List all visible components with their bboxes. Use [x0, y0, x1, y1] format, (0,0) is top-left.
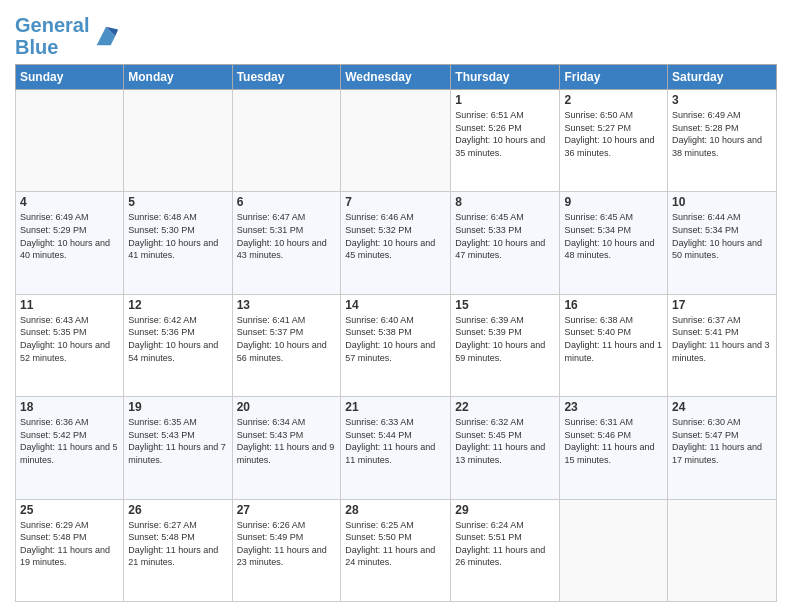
day-info: Sunrise: 6:43 AM Sunset: 5:35 PM Dayligh… — [20, 314, 119, 364]
day-number: 21 — [345, 400, 446, 414]
day-cell: 3Sunrise: 6:49 AM Sunset: 5:28 PM Daylig… — [668, 90, 777, 192]
weekday-header-monday: Monday — [124, 65, 232, 90]
day-info: Sunrise: 6:44 AM Sunset: 5:34 PM Dayligh… — [672, 211, 772, 261]
weekday-header-sunday: Sunday — [16, 65, 124, 90]
logo-text: General — [15, 14, 89, 36]
day-info: Sunrise: 6:32 AM Sunset: 5:45 PM Dayligh… — [455, 416, 555, 466]
day-number: 22 — [455, 400, 555, 414]
day-info: Sunrise: 6:41 AM Sunset: 5:37 PM Dayligh… — [237, 314, 337, 364]
day-number: 24 — [672, 400, 772, 414]
day-cell: 21Sunrise: 6:33 AM Sunset: 5:44 PM Dayli… — [341, 397, 451, 499]
page: General Blue SundayMondayTuesdayWednesda… — [0, 0, 792, 612]
day-cell: 24Sunrise: 6:30 AM Sunset: 5:47 PM Dayli… — [668, 397, 777, 499]
weekday-header-saturday: Saturday — [668, 65, 777, 90]
day-number: 4 — [20, 195, 119, 209]
day-number: 5 — [128, 195, 227, 209]
day-number: 18 — [20, 400, 119, 414]
day-info: Sunrise: 6:26 AM Sunset: 5:49 PM Dayligh… — [237, 519, 337, 569]
day-info: Sunrise: 6:45 AM Sunset: 5:33 PM Dayligh… — [455, 211, 555, 261]
day-cell: 16Sunrise: 6:38 AM Sunset: 5:40 PM Dayli… — [560, 294, 668, 396]
day-cell: 23Sunrise: 6:31 AM Sunset: 5:46 PM Dayli… — [560, 397, 668, 499]
day-info: Sunrise: 6:33 AM Sunset: 5:44 PM Dayligh… — [345, 416, 446, 466]
calendar-body: 1Sunrise: 6:51 AM Sunset: 5:26 PM Daylig… — [16, 90, 777, 602]
day-info: Sunrise: 6:49 AM Sunset: 5:28 PM Dayligh… — [672, 109, 772, 159]
day-info: Sunrise: 6:46 AM Sunset: 5:32 PM Dayligh… — [345, 211, 446, 261]
day-info: Sunrise: 6:49 AM Sunset: 5:29 PM Dayligh… — [20, 211, 119, 261]
day-number: 17 — [672, 298, 772, 312]
week-row-1: 1Sunrise: 6:51 AM Sunset: 5:26 PM Daylig… — [16, 90, 777, 192]
day-number: 2 — [564, 93, 663, 107]
day-info: Sunrise: 6:29 AM Sunset: 5:48 PM Dayligh… — [20, 519, 119, 569]
day-cell: 1Sunrise: 6:51 AM Sunset: 5:26 PM Daylig… — [451, 90, 560, 192]
day-cell: 10Sunrise: 6:44 AM Sunset: 5:34 PM Dayli… — [668, 192, 777, 294]
day-cell — [668, 499, 777, 601]
day-info: Sunrise: 6:47 AM Sunset: 5:31 PM Dayligh… — [237, 211, 337, 261]
day-info: Sunrise: 6:24 AM Sunset: 5:51 PM Dayligh… — [455, 519, 555, 569]
weekday-header-tuesday: Tuesday — [232, 65, 341, 90]
day-number: 11 — [20, 298, 119, 312]
weekday-header-friday: Friday — [560, 65, 668, 90]
day-info: Sunrise: 6:40 AM Sunset: 5:38 PM Dayligh… — [345, 314, 446, 364]
day-info: Sunrise: 6:38 AM Sunset: 5:40 PM Dayligh… — [564, 314, 663, 364]
day-cell: 17Sunrise: 6:37 AM Sunset: 5:41 PM Dayli… — [668, 294, 777, 396]
weekday-row: SundayMondayTuesdayWednesdayThursdayFrid… — [16, 65, 777, 90]
day-cell: 20Sunrise: 6:34 AM Sunset: 5:43 PM Dayli… — [232, 397, 341, 499]
day-cell: 18Sunrise: 6:36 AM Sunset: 5:42 PM Dayli… — [16, 397, 124, 499]
day-number: 20 — [237, 400, 337, 414]
day-cell: 11Sunrise: 6:43 AM Sunset: 5:35 PM Dayli… — [16, 294, 124, 396]
day-number: 3 — [672, 93, 772, 107]
day-number: 27 — [237, 503, 337, 517]
day-info: Sunrise: 6:37 AM Sunset: 5:41 PM Dayligh… — [672, 314, 772, 364]
weekday-header-thursday: Thursday — [451, 65, 560, 90]
week-row-5: 25Sunrise: 6:29 AM Sunset: 5:48 PM Dayli… — [16, 499, 777, 601]
weekday-header-wednesday: Wednesday — [341, 65, 451, 90]
calendar-header: SundayMondayTuesdayWednesdayThursdayFrid… — [16, 65, 777, 90]
day-cell: 13Sunrise: 6:41 AM Sunset: 5:37 PM Dayli… — [232, 294, 341, 396]
day-cell: 2Sunrise: 6:50 AM Sunset: 5:27 PM Daylig… — [560, 90, 668, 192]
day-cell: 29Sunrise: 6:24 AM Sunset: 5:51 PM Dayli… — [451, 499, 560, 601]
day-number: 26 — [128, 503, 227, 517]
day-info: Sunrise: 6:39 AM Sunset: 5:39 PM Dayligh… — [455, 314, 555, 364]
day-cell: 9Sunrise: 6:45 AM Sunset: 5:34 PM Daylig… — [560, 192, 668, 294]
day-number: 15 — [455, 298, 555, 312]
day-number: 29 — [455, 503, 555, 517]
day-info: Sunrise: 6:36 AM Sunset: 5:42 PM Dayligh… — [20, 416, 119, 466]
day-number: 1 — [455, 93, 555, 107]
day-info: Sunrise: 6:35 AM Sunset: 5:43 PM Dayligh… — [128, 416, 227, 466]
day-cell: 28Sunrise: 6:25 AM Sunset: 5:50 PM Dayli… — [341, 499, 451, 601]
logo-blue: Blue — [15, 36, 89, 58]
day-number: 14 — [345, 298, 446, 312]
day-cell: 6Sunrise: 6:47 AM Sunset: 5:31 PM Daylig… — [232, 192, 341, 294]
day-cell: 15Sunrise: 6:39 AM Sunset: 5:39 PM Dayli… — [451, 294, 560, 396]
logo-icon — [92, 22, 120, 50]
day-number: 6 — [237, 195, 337, 209]
day-cell — [16, 90, 124, 192]
day-cell: 26Sunrise: 6:27 AM Sunset: 5:48 PM Dayli… — [124, 499, 232, 601]
day-info: Sunrise: 6:27 AM Sunset: 5:48 PM Dayligh… — [128, 519, 227, 569]
day-number: 23 — [564, 400, 663, 414]
day-info: Sunrise: 6:31 AM Sunset: 5:46 PM Dayligh… — [564, 416, 663, 466]
day-info: Sunrise: 6:30 AM Sunset: 5:47 PM Dayligh… — [672, 416, 772, 466]
day-info: Sunrise: 6:48 AM Sunset: 5:30 PM Dayligh… — [128, 211, 227, 261]
day-number: 9 — [564, 195, 663, 209]
day-cell: 4Sunrise: 6:49 AM Sunset: 5:29 PM Daylig… — [16, 192, 124, 294]
day-number: 8 — [455, 195, 555, 209]
day-number: 10 — [672, 195, 772, 209]
day-number: 7 — [345, 195, 446, 209]
day-cell — [232, 90, 341, 192]
calendar-table: SundayMondayTuesdayWednesdayThursdayFrid… — [15, 64, 777, 602]
day-number: 13 — [237, 298, 337, 312]
day-cell: 14Sunrise: 6:40 AM Sunset: 5:38 PM Dayli… — [341, 294, 451, 396]
day-number: 25 — [20, 503, 119, 517]
day-info: Sunrise: 6:45 AM Sunset: 5:34 PM Dayligh… — [564, 211, 663, 261]
week-row-3: 11Sunrise: 6:43 AM Sunset: 5:35 PM Dayli… — [16, 294, 777, 396]
day-cell — [124, 90, 232, 192]
day-info: Sunrise: 6:34 AM Sunset: 5:43 PM Dayligh… — [237, 416, 337, 466]
day-number: 12 — [128, 298, 227, 312]
logo-general: General — [15, 14, 89, 36]
day-cell: 8Sunrise: 6:45 AM Sunset: 5:33 PM Daylig… — [451, 192, 560, 294]
day-cell — [341, 90, 451, 192]
day-info: Sunrise: 6:25 AM Sunset: 5:50 PM Dayligh… — [345, 519, 446, 569]
day-number: 16 — [564, 298, 663, 312]
day-info: Sunrise: 6:42 AM Sunset: 5:36 PM Dayligh… — [128, 314, 227, 364]
